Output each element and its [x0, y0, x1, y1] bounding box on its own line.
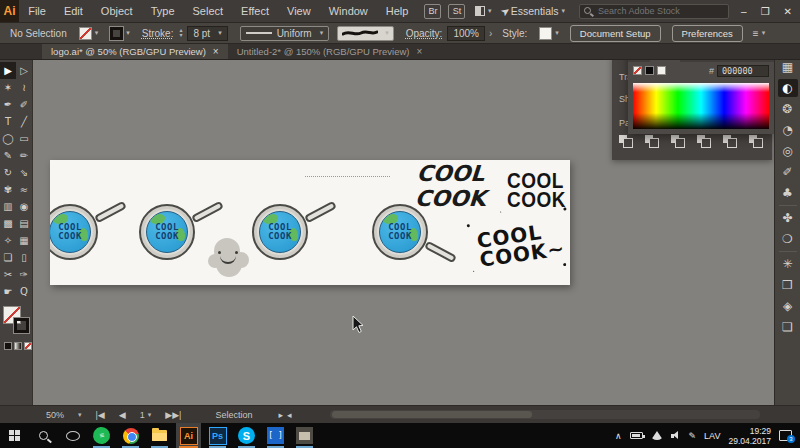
menu-type[interactable]: Type: [142, 0, 184, 22]
pathfinder-exclude-button[interactable]: [697, 133, 712, 147]
taskbar-file-explorer[interactable]: [147, 423, 172, 448]
fill-chevron-icon[interactable]: ▾: [95, 29, 99, 37]
appearance-panel-icon[interactable]: ✳: [778, 255, 798, 273]
scroll-right-icon[interactable]: ▸: [278, 410, 283, 420]
wordmark-bold[interactable]: COOL COOK: [507, 170, 566, 209]
tab-untitled-2[interactable]: Untitled-2* @ 150% (RGB/GPU Preview) ×: [228, 44, 432, 59]
stepper-down-icon[interactable]: ▾: [179, 33, 182, 38]
preferences-button[interactable]: Preferences: [672, 25, 743, 42]
menu-help[interactable]: Help: [377, 0, 418, 22]
stroke-swatch[interactable]: [14, 318, 29, 333]
shaper-tool[interactable]: ✏: [16, 147, 32, 164]
selection-tool[interactable]: ▶: [0, 62, 16, 79]
minimize-button[interactable]: –: [741, 6, 747, 17]
smiley-cloud[interactable]: [202, 238, 258, 278]
taskbar-spotify[interactable]: ≡: [89, 423, 114, 448]
taskbar-illustrator-active[interactable]: Ai: [176, 423, 201, 448]
next-artboard-button[interactable]: ▶: [165, 410, 172, 420]
taskbar-brackets[interactable]: [ ]: [263, 423, 288, 448]
type-tool[interactable]: T: [0, 113, 16, 130]
slice-tool[interactable]: ✂: [0, 266, 16, 283]
tray-expand-chevron-icon[interactable]: ∧: [615, 431, 622, 441]
menu-view[interactable]: View: [278, 0, 320, 22]
brush-definition-select[interactable]: ▾: [337, 26, 394, 41]
zoom-chevron-icon[interactable]: ▾: [78, 411, 82, 419]
pathfinder-intersect-button[interactable]: [671, 133, 686, 147]
pan-logo-4[interactable]: COOL COOK: [372, 204, 428, 260]
align-chevron-icon[interactable]: ▾: [762, 29, 766, 37]
stroke-panel-link[interactable]: Stroke:: [142, 28, 174, 39]
direct-selection-tool[interactable]: ▷: [16, 62, 32, 79]
brushes-panel-icon[interactable]: ✐: [778, 163, 798, 181]
menu-object[interactable]: Object: [92, 0, 142, 22]
clock[interactable]: 19:29 29.04.2017: [728, 426, 771, 446]
illustrator-app-icon[interactable]: Ai: [0, 0, 19, 22]
zoom-level[interactable]: 50%: [46, 410, 64, 420]
stroke-weight-stepper[interactable]: ▴ ▾: [179, 28, 182, 38]
color-spectrum[interactable]: [633, 83, 769, 129]
symbol-sprayer-tool[interactable]: ✾: [0, 181, 16, 198]
taskbar-search-button[interactable]: [31, 423, 56, 448]
width-profile-select[interactable]: Uniform ▾: [240, 26, 330, 41]
tab-close-icon[interactable]: ×: [416, 46, 422, 57]
wifi-icon[interactable]: [651, 431, 663, 440]
task-view-button[interactable]: [60, 423, 85, 448]
menu-file[interactable]: File: [19, 0, 55, 22]
previous-artboard-button[interactable]: ◀: [119, 410, 126, 420]
style-chevron-icon[interactable]: ▾: [555, 29, 559, 37]
artboard-number[interactable]: 1: [140, 410, 145, 420]
mesh-tool[interactable]: ▦: [16, 232, 32, 249]
gradient-mode-button[interactable]: [14, 342, 22, 350]
opacity-arrow-icon[interactable]: ›: [489, 28, 492, 39]
stroke-panel-icon[interactable]: ✤: [778, 209, 798, 227]
action-center-icon[interactable]: 3: [779, 430, 792, 441]
artboard-chevron-icon[interactable]: ▾: [148, 411, 152, 419]
stroke-color-swatch[interactable]: [110, 27, 123, 40]
black-swatch[interactable]: [645, 66, 654, 75]
opacity-panel-link[interactable]: Opacity:: [406, 28, 443, 39]
close-button[interactable]: ✕: [784, 6, 792, 17]
scrollbar-thumb[interactable]: [332, 411, 532, 418]
arrange-documents-chevron-icon[interactable]: ▾: [488, 7, 492, 15]
symbols-panel-icon[interactable]: ♣: [778, 184, 798, 202]
gradient-panel-icon[interactable]: ◔: [778, 121, 798, 139]
scale-tool[interactable]: ⇘: [16, 164, 32, 181]
stroke-chevron-icon[interactable]: ▾: [126, 29, 130, 37]
eyedropper-tool[interactable]: ✧: [0, 232, 16, 249]
opacity-field[interactable]: 100%: [447, 26, 485, 41]
taskbar-skype[interactable]: S: [234, 423, 259, 448]
line-segment-tool[interactable]: ╱: [16, 113, 32, 130]
wordmark-script[interactable]: COOL COOK: [414, 161, 488, 211]
scroll-left-icon[interactable]: ◂: [287, 410, 292, 420]
width-tool[interactable]: ≈: [16, 181, 32, 198]
pathfinder-unite-button[interactable]: [619, 133, 634, 147]
taskbar-photos[interactable]: [292, 423, 317, 448]
horizontal-scrollbar[interactable]: [330, 410, 760, 419]
taskbar-photoshop[interactable]: Ps: [205, 423, 230, 448]
taskbar-chrome[interactable]: [118, 423, 143, 448]
artboard[interactable]: COOL COOK COOL COOK COOL COOK: [50, 160, 570, 285]
last-artboard-button[interactable]: ▶|: [172, 410, 181, 420]
graphic-styles-panel-icon[interactable]: ❍: [778, 230, 798, 248]
transparency-panel-icon[interactable]: ◎: [778, 142, 798, 160]
curvature-tool[interactable]: ✐: [16, 96, 32, 113]
pathfinder-minus-front-button[interactable]: [645, 133, 660, 147]
tab-logo-ai[interactable]: logo.ai* @ 50% (RGB/GPU Preview) ×: [42, 44, 228, 59]
menu-effect[interactable]: Effect: [232, 0, 278, 22]
artboard-tool[interactable]: ❏: [0, 249, 16, 266]
graph-tool[interactable]: ▥: [0, 198, 16, 215]
pen-tool[interactable]: ✒: [0, 96, 16, 113]
lasso-tool[interactable]: ≀: [16, 79, 32, 96]
restore-button[interactable]: ❐: [761, 6, 770, 17]
zoom-tool[interactable]: Q: [16, 283, 32, 300]
wordmark-handwritten[interactable]: COOL COOK~: [476, 220, 566, 270]
bridge-button[interactable]: Br: [424, 4, 441, 19]
ellipse-tool[interactable]: ◯: [0, 130, 16, 147]
tab-close-icon[interactable]: ×: [213, 46, 219, 57]
hand-tool[interactable]: ☛: [0, 283, 16, 300]
pathfinder-divide-button[interactable]: [723, 133, 738, 147]
menu-window[interactable]: Window: [320, 0, 377, 22]
workspace-switcher[interactable]: Essentials ▾: [511, 5, 565, 17]
color-mode-button[interactable]: [4, 342, 12, 350]
pan-logo-2[interactable]: COOL COOK: [139, 204, 195, 260]
